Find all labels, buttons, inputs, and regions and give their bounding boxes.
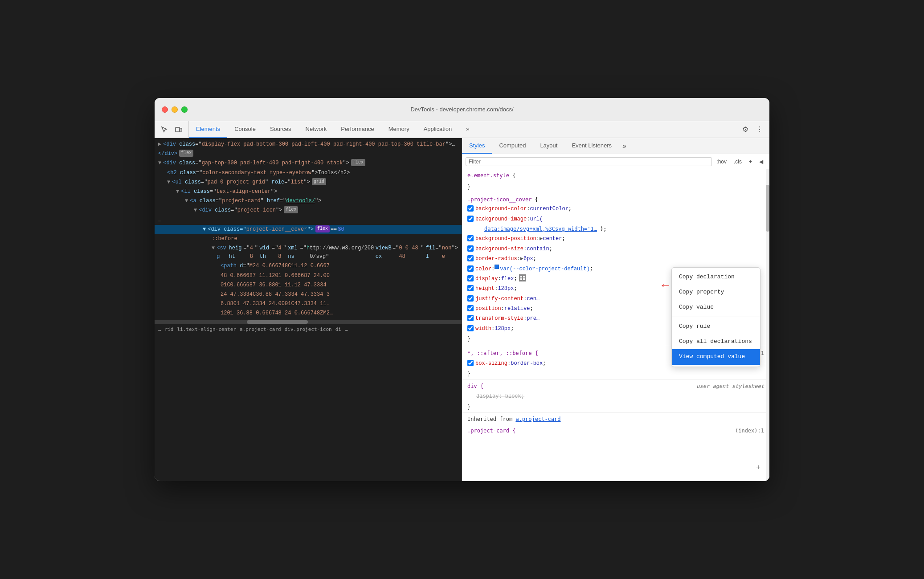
style-checkbox[interactable] <box>467 295 474 302</box>
svg-rect-5 <box>523 278 525 280</box>
style-checkbox[interactable] <box>467 360 474 366</box>
context-menu: Copy declaration Copy property Copy valu… <box>671 267 760 367</box>
inherited-from: Inherited from a.project-card <box>462 412 769 425</box>
html-line: 1201 36.88 0.666748 24 0.666748ZM2… <box>155 309 462 318</box>
traffic-lights <box>162 106 188 113</box>
expand-arrow[interactable]: ▼ <box>185 197 188 205</box>
context-menu-view-computed-value[interactable]: View computed value <box>672 349 760 364</box>
style-prop-row: background-position: ▶ center; <box>462 234 769 244</box>
style-prop-row: display: block; <box>462 391 769 401</box>
style-checkbox[interactable] <box>467 305 474 311</box>
devtools-window: DevTools - developer.chrome.com/docs/ El… <box>155 98 769 481</box>
svg-rect-3 <box>523 276 525 277</box>
style-properties-block: .project-icon__cover { <box>462 193 769 204</box>
html-line: ::before <box>155 234 462 244</box>
style-checkbox[interactable] <box>467 216 474 222</box>
hover-filter-btn[interactable]: :hov <box>714 158 729 166</box>
tab-styles[interactable]: Styles <box>462 138 492 154</box>
context-menu-copy-all-declarations[interactable]: Copy all declarations <box>672 334 760 349</box>
more-options-icon[interactable]: ⋮ <box>753 123 766 136</box>
style-checkbox[interactable] <box>467 265 474 272</box>
html-panel[interactable]: ▶ <div class="display-flex pad-bottom-30… <box>155 138 462 481</box>
styles-tab-more[interactable]: » <box>619 138 630 154</box>
maximize-button[interactable] <box>181 106 188 113</box>
style-checkbox[interactable] <box>467 245 474 252</box>
context-menu-copy-value[interactable]: Copy value <box>672 300 760 315</box>
context-menu-divider <box>672 317 760 317</box>
style-checkbox[interactable] <box>467 235 474 241</box>
style-prop-row: background-size: contain; <box>462 244 769 254</box>
color-swatch[interactable] <box>495 265 499 269</box>
tab-application[interactable]: Application <box>417 121 459 138</box>
close-button[interactable] <box>162 106 168 113</box>
styles-scrollbar[interactable] <box>766 169 769 481</box>
tab-performance[interactable]: Performance <box>334 121 381 138</box>
tab-more[interactable]: » <box>459 121 476 138</box>
breadcrumb-item[interactable]: … <box>345 326 348 334</box>
style-checkbox[interactable] <box>467 325 474 331</box>
style-checkbox[interactable] <box>467 205 474 212</box>
style-prop-row: border-radius: ▶ 6px; <box>462 254 769 264</box>
html-scrollbar-thumb[interactable] <box>247 320 308 324</box>
svg-rect-0 <box>176 127 180 132</box>
tab-layout[interactable]: Layout <box>533 138 564 154</box>
tab-memory[interactable]: Memory <box>381 121 417 138</box>
tab-console[interactable]: Console <box>227 121 263 138</box>
toolbar-right: ⚙ ⋮ <box>736 121 769 138</box>
html-line: … <box>155 216 462 225</box>
context-menu-copy-declaration[interactable]: Copy declaration <box>672 269 760 285</box>
style-rule-header: element.style { <box>462 169 769 182</box>
style-checkbox[interactable] <box>467 285 474 291</box>
device-toggle-icon[interactable] <box>172 123 185 136</box>
html-scrollbar[interactable] <box>155 320 462 324</box>
settings-icon[interactable]: ⚙ <box>739 123 752 136</box>
styles-content[interactable]: element.style { } .project-icon__cover {… <box>462 169 769 481</box>
html-line: ▼ <a class="project-card" href="devtools… <box>155 196 462 206</box>
html-line: 24 47.3334C36.88 47.3334 47.3334 3 <box>155 290 462 299</box>
title-bar: DevTools - developer.chrome.com/docs/ <box>155 98 769 121</box>
breadcrumb-item[interactable]: li.text-align-center <box>177 326 236 334</box>
expand-arrow[interactable]: ▼ <box>203 225 206 234</box>
breadcrumb-item[interactable]: di <box>335 326 341 334</box>
expand-arrow[interactable]: ▼ <box>212 244 215 253</box>
styles-scrollbar-thumb[interactable] <box>766 185 769 232</box>
expand-arrow[interactable]: ▶ <box>158 140 161 149</box>
style-prop-row: background-image: url( <box>462 214 769 224</box>
collapse-btn[interactable]: ◀ <box>756 158 766 166</box>
tab-elements[interactable]: Elements <box>189 121 227 138</box>
tab-event-listeners[interactable]: Event Listeners <box>564 138 619 154</box>
selected-html-line[interactable]: ▼ <div class="project-icon__cover"> flex… <box>155 225 462 234</box>
style-checkbox[interactable] <box>467 315 474 321</box>
tab-network[interactable]: Network <box>298 121 334 138</box>
breadcrumb-item[interactable]: a.project-card <box>240 326 281 334</box>
expand-arrow[interactable]: ▼ <box>176 188 179 196</box>
expand-arrow[interactable]: ▼ <box>167 178 170 187</box>
main-content: ▶ <div class="display-flex pad-bottom-30… <box>155 138 769 481</box>
style-checkbox[interactable] <box>467 275 474 281</box>
tab-sources[interactable]: Sources <box>263 121 298 138</box>
html-line: <h2 class="color-secondary-text type--ey… <box>155 168 462 178</box>
expand-arrow[interactable]: ▼ <box>158 159 161 167</box>
devtools-tabs: Elements Console Sources Network Perform… <box>189 121 736 138</box>
breadcrumb-item[interactable]: div.project-icon <box>285 326 332 334</box>
tab-computed[interactable]: Computed <box>492 138 533 154</box>
expand-arrow[interactable]: ▼ <box>194 206 197 215</box>
html-line: ▼ <div class="project-icon"> flex <box>155 206 462 215</box>
inspect-icon[interactable] <box>158 123 171 136</box>
toolbar-icons <box>155 121 189 138</box>
html-line: 48 0.666687 11.1201 0.666687 24.00 <box>155 271 462 281</box>
style-checkbox[interactable] <box>467 255 474 261</box>
breadcrumb-item[interactable]: … <box>158 326 161 334</box>
styles-tabs: Styles Computed Layout Event Listeners » <box>462 138 769 154</box>
display-flex-icon[interactable] <box>519 274 526 281</box>
red-arrow-icon: ← <box>662 275 669 297</box>
window-title: DevTools - developer.chrome.com/docs/ <box>410 106 513 113</box>
breadcrumb-item[interactable]: rid <box>165 326 174 334</box>
add-style-btn[interactable]: + <box>746 158 755 166</box>
add-style-rule-btn[interactable]: + <box>754 464 762 472</box>
context-menu-copy-rule[interactable]: Copy rule <box>672 319 760 334</box>
filter-input[interactable] <box>466 157 712 166</box>
minimize-button[interactable] <box>172 106 178 113</box>
cls-filter-btn[interactable]: .cls <box>731 158 744 166</box>
context-menu-copy-property[interactable]: Copy property <box>672 285 760 300</box>
